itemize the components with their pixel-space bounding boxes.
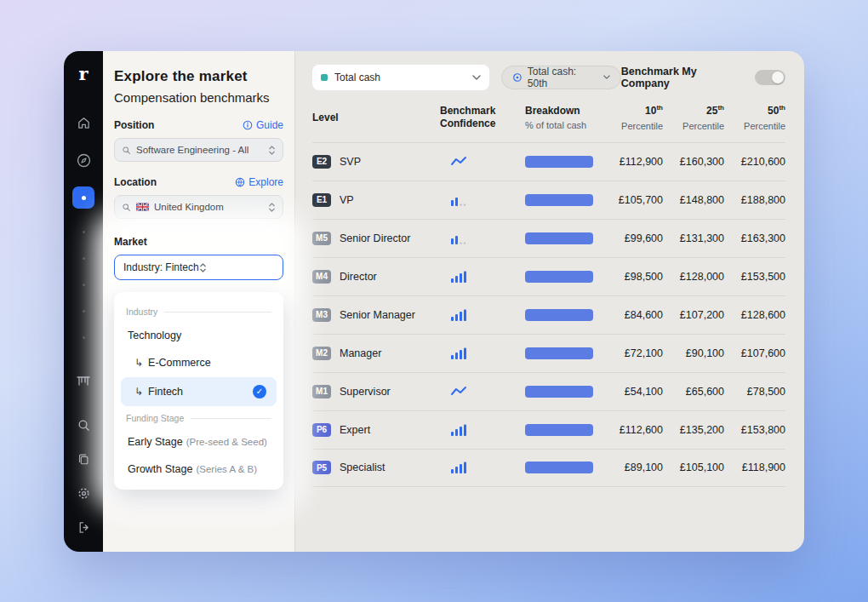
header-p25: 25th Percentile <box>663 104 724 132</box>
position-label: Position <box>114 119 154 131</box>
home-icon[interactable] <box>72 112 94 134</box>
percentile-context-value: Total cash: 50th <box>528 66 598 89</box>
dropdown-item-growth-stage[interactable]: Growth Stage(Series A & B) <box>114 456 283 483</box>
explore-link[interactable]: Explore <box>235 176 283 188</box>
p50-value: £153,800 <box>724 424 785 436</box>
market-value: Industry: Fintech <box>123 261 199 273</box>
p10-value: £54,100 <box>602 386 663 398</box>
level-name: Expert <box>340 424 370 436</box>
chevron-down-icon <box>603 75 610 80</box>
level-name: VP <box>340 194 354 206</box>
breakdown-bar <box>525 309 593 321</box>
page-subtitle: Compensation benchmarks <box>114 90 283 105</box>
level-name: SVP <box>340 156 361 168</box>
page-title: Explore the market <box>114 68 283 85</box>
dropdown-section-label: Funding Stage <box>114 407 283 428</box>
benchmark-confidence-cell <box>440 424 525 436</box>
p25-value: £128,000 <box>663 271 724 283</box>
metric-select[interactable]: Total cash <box>312 65 489 90</box>
level-badge: M4 <box>312 270 331 284</box>
table-row[interactable]: M2 Manager £72,100 £90,100 £107,600 <box>312 334 785 372</box>
logout-icon[interactable] <box>72 516 94 538</box>
branch-arrow-icon: ↳ <box>134 357 143 369</box>
compass-icon[interactable] <box>72 149 94 171</box>
search-icon <box>122 146 131 155</box>
table-row[interactable]: M3 Senior Manager £84,600 £107,200 £128,… <box>312 295 785 334</box>
benchmark-confidence-cell <box>440 347 525 359</box>
market-spotlight: Market Industry: Fintech IndustryTechnol… <box>114 231 283 491</box>
sidebar-item-active-benchmarks[interactable] <box>72 186 94 209</box>
chevron-updown-icon <box>199 262 207 273</box>
search-icon[interactable] <box>72 414 94 436</box>
explore-panel: Explore the market Compensation benchmar… <box>103 51 295 552</box>
header-p10: 10th Percentile <box>602 104 663 132</box>
table-row[interactable]: P6 Expert £112,600 £135,200 £153,800 <box>312 410 785 449</box>
app-logo: r <box>78 63 88 84</box>
header-breakdown: Breakdown % of total cash <box>525 105 602 132</box>
bars-low-confidence-icon <box>450 232 467 244</box>
dropdown-item-technology[interactable]: Technology <box>114 322 283 349</box>
level-name: Senior Director <box>340 232 410 244</box>
p10-value: £89,100 <box>602 462 663 473</box>
p50-value: £188,800 <box>724 194 785 206</box>
dropdown-item-suffix: (Pre-seed & Seed) <box>186 437 267 447</box>
location-select[interactable]: United Kingdom <box>114 195 283 219</box>
active-dot <box>82 196 86 200</box>
p10-value: £112,900 <box>602 156 663 168</box>
dropdown-item-fintech[interactable]: ↳Fintech✓ <box>121 377 277 406</box>
level-name: Manager <box>340 347 381 359</box>
level-badge: E2 <box>312 155 331 169</box>
p10-value: £84,600 <box>602 309 663 321</box>
copy-icon[interactable] <box>72 448 94 470</box>
benchmark-confidence-cell <box>440 156 525 168</box>
market-dropdown-list: IndustryTechnology↳E-Commerce↳Fintech✓Fu… <box>114 301 283 483</box>
benchmark-toggle[interactable] <box>755 70 785 85</box>
p50-value: £128,600 <box>724 309 785 321</box>
table-row[interactable]: M5 Senior Director £99,600 £131,300 £163… <box>312 219 785 257</box>
breakdown-bar <box>525 271 593 283</box>
position-select[interactable]: Software Engineering - All <box>114 138 283 162</box>
org-structure-icon[interactable] <box>72 370 94 392</box>
rail-bottom-icons <box>72 370 94 538</box>
table-row[interactable]: P5 Specialist £89,100 £105,100 £118,900 <box>312 449 785 487</box>
market-select[interactable]: Industry: Fintech <box>114 255 283 280</box>
dropdown-item-label: Technology <box>128 330 181 341</box>
p50-value: £107,600 <box>724 347 785 359</box>
level-badge: M1 <box>312 385 331 398</box>
breakdown-bar <box>525 386 593 398</box>
p10-value: £99,600 <box>602 232 663 244</box>
table-row[interactable]: E1 VP £105,700 £148,800 £188,800 <box>312 181 785 219</box>
level-badge: M3 <box>312 308 331 322</box>
percentile-context-pill[interactable]: Total cash: 50th <box>501 66 621 89</box>
header-level: Level <box>312 112 440 125</box>
check-icon: ✓ <box>253 385 266 398</box>
info-icon <box>243 120 253 130</box>
benchmark-toggle-group: Benchmark My Company <box>621 66 785 89</box>
gear-icon[interactable] <box>72 482 94 504</box>
toggle-knob <box>772 72 784 83</box>
uk-flag-icon <box>136 203 149 211</box>
level-badge: E1 <box>312 193 331 207</box>
p50-value: £78,500 <box>724 386 785 398</box>
table-row[interactable]: E2 SVP £112,900 £160,300 £210,600 <box>312 142 785 181</box>
benchmark-toggle-label: Benchmark My Company <box>621 66 747 89</box>
dropdown-item-e-commerce[interactable]: ↳E-Commerce <box>114 349 283 376</box>
chevron-updown-icon <box>268 202 276 213</box>
location-value: United Kingdom <box>154 202 263 212</box>
nav-rail: r <box>64 51 103 552</box>
table-row[interactable]: M1 Supervisor £54,100 £65,600 £78,500 <box>312 372 785 410</box>
p10-value: £105,700 <box>602 194 663 206</box>
p25-value: £90,100 <box>663 347 724 359</box>
p50-value: £210,600 <box>724 156 785 168</box>
level-name: Senior Manager <box>340 309 415 321</box>
guide-link[interactable]: Guide <box>243 119 283 131</box>
p10-value: £98,500 <box>602 271 663 283</box>
market-dropdown: IndustryTechnology↳E-Commerce↳Fintech✓Fu… <box>114 292 283 490</box>
benchmark-confidence-cell <box>440 462 525 473</box>
breakdown-bar <box>525 347 593 359</box>
level-badge: P6 <box>312 423 331 437</box>
dropdown-item-label: Growth Stage <box>128 463 192 475</box>
benchmark-confidence-cell <box>440 309 525 321</box>
dropdown-item-early-stage[interactable]: Early Stage(Pre-seed & Seed) <box>114 428 283 456</box>
table-row[interactable]: M4 Director £98,500 £128,000 £153,500 <box>312 257 785 295</box>
